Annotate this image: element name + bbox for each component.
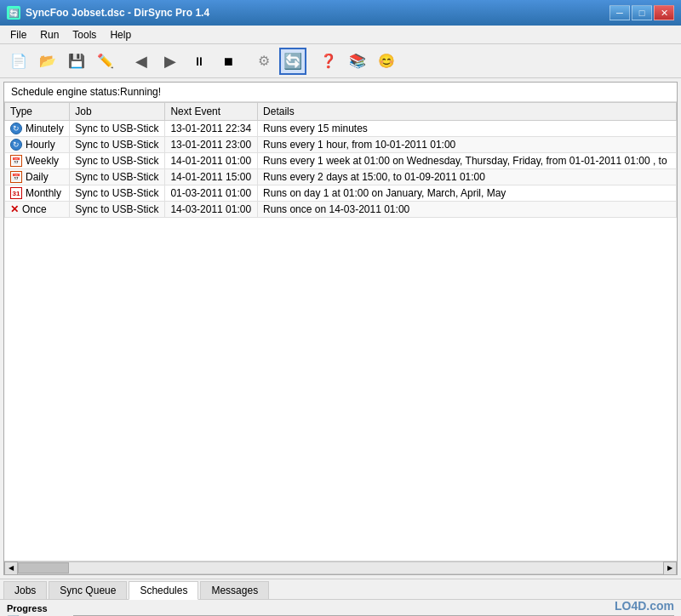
toolbar: 📄 📂 💾 ✏️ ◀ ▶ ⏸ ⏹ ⚙ 🔄 ❓ 📚 😊 xyxy=(0,44,681,78)
menu-tools[interactable]: Tools xyxy=(66,27,103,43)
status-label: Schedule engine status:Running! xyxy=(4,83,677,102)
smiley-button[interactable]: 😊 xyxy=(373,48,400,75)
schedule-table[interactable]: Type Job Next Event Details ↻MinutelySyn… xyxy=(4,102,677,561)
col-details: Details xyxy=(258,103,677,121)
settings-button[interactable]: ⚙ xyxy=(250,48,278,75)
table-row[interactable]: ↻MinutelySync to USB-Stick13-01-2011 22:… xyxy=(5,121,677,137)
progress-label: Progress xyxy=(7,603,674,613)
table-row[interactable]: 📅DailySync to USB-Stick14-01-2011 15:00R… xyxy=(5,169,677,185)
help-button[interactable]: ❓ xyxy=(315,48,342,75)
menu-file[interactable]: File xyxy=(3,27,33,43)
tab-messages[interactable]: Messages xyxy=(200,581,269,599)
table-row[interactable]: 31MonthlySync to USB-Stick01-03-2011 01:… xyxy=(5,185,677,202)
new-button[interactable]: 📄 xyxy=(5,48,32,75)
scroll-thumb[interactable] xyxy=(18,562,69,573)
col-next-event: Next Event xyxy=(165,103,258,121)
start-button[interactable]: ◀ xyxy=(128,48,155,75)
horizontal-scrollbar[interactable]: ◀ ▶ xyxy=(4,561,677,574)
sync-button[interactable]: 🔄 xyxy=(279,48,306,75)
menu-help[interactable]: Help xyxy=(103,27,138,43)
scroll-right-button[interactable]: ▶ xyxy=(663,562,677,575)
tab-schedules[interactable]: Schedules xyxy=(129,581,198,600)
menu-bar: File Run Tools Help xyxy=(0,26,681,44)
title-bar: 🔄 SyncFoo Jobset.dsc - DirSync Pro 1.4 ─… xyxy=(0,0,681,26)
minimize-button[interactable]: ─ xyxy=(609,5,630,20)
progress-area: Progress 🔄 Total: 100% 📄 Current: 100% xyxy=(0,599,681,616)
main-panel: Schedule engine status:Running! Type Job… xyxy=(3,82,678,575)
watermark: LO4D.com xyxy=(615,599,674,613)
stop-button[interactable]: ⏹ xyxy=(215,48,242,75)
play-button[interactable]: ▶ xyxy=(157,48,184,75)
col-job: Job xyxy=(70,103,165,121)
save-button[interactable]: 💾 xyxy=(63,48,90,75)
table-row[interactable]: ↻HourlySync to USB-Stick13-01-2011 23:00… xyxy=(5,137,677,153)
open-button[interactable]: 📂 xyxy=(34,48,61,75)
close-button[interactable]: ✕ xyxy=(654,5,674,20)
scroll-left-button[interactable]: ◀ xyxy=(4,562,18,575)
col-type: Type xyxy=(5,103,70,121)
menu-run[interactable]: Run xyxy=(33,27,66,43)
tab-jobs[interactable]: Jobs xyxy=(3,581,47,599)
pause-button[interactable]: ⏸ xyxy=(186,48,213,75)
app-icon: 🔄 xyxy=(7,6,20,20)
window-title: SyncFoo Jobset.dsc - DirSync Pro 1.4 xyxy=(26,7,209,19)
edit-button[interactable]: ✏️ xyxy=(92,48,119,75)
tabs-area: JobsSync QueueSchedulesMessages xyxy=(0,579,681,599)
maximize-button[interactable]: □ xyxy=(632,5,652,20)
book-button[interactable]: 📚 xyxy=(344,48,371,75)
table-row[interactable]: ✕OnceSync to USB-Stick14-03-2011 01:00Ru… xyxy=(5,202,677,218)
table-row[interactable]: 📅WeeklySync to USB-Stick14-01-2011 01:00… xyxy=(5,153,677,169)
tab-sync-queue[interactable]: Sync Queue xyxy=(49,581,127,599)
